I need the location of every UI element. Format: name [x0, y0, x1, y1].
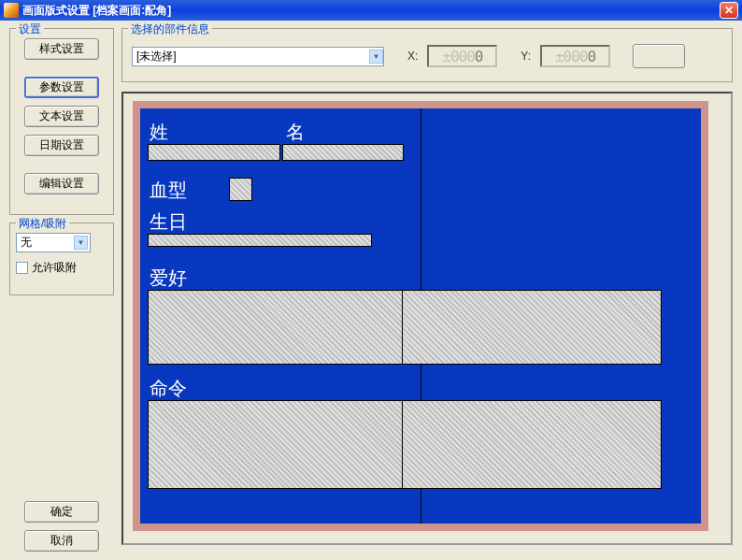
birthday-field[interactable] — [148, 234, 372, 247]
y-value: ±0000 — [540, 45, 610, 67]
surname-field[interactable] — [148, 144, 280, 161]
blank-button[interactable] — [633, 44, 685, 68]
cancel-button[interactable]: 取消 — [24, 530, 99, 552]
birthday-label: 生日 — [150, 209, 187, 235]
name-label: 名 — [286, 120, 305, 145]
close-icon[interactable]: ✕ — [720, 2, 738, 19]
preview-area: 姓 名 血型 生日 爱好 命令 — [121, 92, 733, 545]
preview-frame[interactable]: 姓 名 血型 生日 爱好 命令 — [133, 101, 708, 531]
snap-checkbox[interactable] — [16, 262, 28, 274]
text-settings-button[interactable]: 文本设置 — [24, 106, 99, 127]
command-field-right[interactable] — [402, 400, 662, 489]
date-settings-button[interactable]: 日期设置 — [24, 135, 99, 156]
hobby-field-right[interactable] — [402, 290, 662, 365]
settings-group: 设置 样式设置 参数设置 文本设置 日期设置 编辑设置 — [9, 28, 114, 215]
command-label: 命令 — [150, 376, 187, 401]
chevron-down-icon: ▼ — [369, 50, 383, 64]
hobby-label: 爱好 — [150, 266, 187, 291]
snap-label: 允许吸附 — [32, 260, 77, 276]
ok-button[interactable]: 确定 — [24, 501, 99, 523]
name-field[interactable] — [282, 144, 404, 161]
part-select-value: [未选择] — [133, 49, 369, 65]
command-field-left[interactable] — [148, 400, 404, 489]
x-value: ±0000 — [427, 45, 497, 67]
settings-legend: 设置 — [16, 22, 44, 37]
surname-label: 姓 — [150, 120, 168, 145]
part-info-legend: 选择的部件信息 — [128, 22, 212, 37]
x-label: X: — [407, 50, 418, 63]
part-select-combo[interactable]: [未选择] ▼ — [132, 47, 384, 66]
grid-group: 网格/吸附 无 ▼ 允许吸附 — [9, 223, 114, 295]
style-settings-button[interactable]: 样式设置 — [24, 38, 99, 60]
grid-dropdown[interactable]: 无 ▼ — [16, 233, 91, 252]
blood-field[interactable] — [229, 178, 252, 201]
chevron-down-icon: ▼ — [74, 236, 88, 250]
grid-legend: 网格/吸附 — [16, 216, 69, 232]
param-settings-button[interactable]: 参数设置 — [24, 77, 99, 98]
hobby-field-left[interactable] — [148, 290, 404, 365]
window-title: 画面版式设置 [档案画面:配角] — [22, 3, 720, 19]
blood-label: 血型 — [150, 178, 187, 203]
app-icon — [4, 3, 19, 18]
grid-dropdown-value: 无 — [19, 235, 74, 251]
titlebar: 画面版式设置 [档案画面:配角] ✕ — [0, 0, 742, 21]
edit-settings-button[interactable]: 编辑设置 — [24, 173, 99, 194]
y-label: Y: — [521, 50, 531, 63]
part-info-group: 选择的部件信息 [未选择] ▼ X: ±0000 Y: ±0000 — [121, 28, 733, 82]
